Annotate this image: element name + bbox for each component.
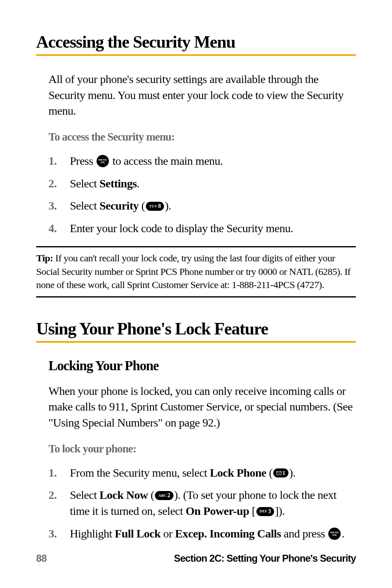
tip-rule-bottom (36, 296, 356, 297)
step-and: and press (281, 527, 327, 540)
step-text: Select Settings. (70, 176, 356, 192)
step-number: 4. (48, 221, 70, 237)
step-item: 1. From the Security menu, select Lock P… (48, 465, 356, 481)
keypad-8-icon: TUV8 (146, 202, 164, 211)
step-bold: Security (99, 199, 139, 212)
step-number: 1. (48, 153, 70, 169)
step-number: 2. (48, 487, 70, 519)
key-number: 8 (158, 202, 161, 210)
heading-underline (36, 341, 356, 343)
step-number: 2. (48, 176, 70, 192)
step-pre: Select (70, 177, 99, 190)
bracket-open: [ (249, 505, 255, 517)
step-bold: Full Lock (115, 527, 160, 540)
step-text: Press MENUOK to access the main menu. (70, 153, 356, 169)
step-bold: On Power-up (186, 505, 249, 517)
tip-body: If you can't recall your lock code, try … (36, 253, 350, 290)
step-item: 1. Press MENUOK to access the main menu. (48, 153, 356, 169)
step-number: 3. (48, 526, 70, 542)
menu-key-bottom: OK (100, 161, 105, 164)
paren-close: ). (165, 199, 171, 212)
subheading-access-security: To access the Security menu: (48, 131, 356, 143)
keypad-3-icon: DEF3 (256, 507, 274, 516)
step-pre: Select (70, 489, 99, 501)
tip-block: Tip: If you can't recall your lock code,… (36, 247, 356, 296)
step-or: or (161, 527, 175, 540)
step-post: . (137, 177, 140, 190)
subheading-locking-your-phone: Locking Your Phone (48, 358, 356, 374)
step-item: 3. Select Security (TUV8). (48, 198, 356, 214)
key-letters: TUV (149, 204, 157, 209)
step-text: Enter your lock code to display the Secu… (70, 221, 356, 237)
steps-list-lock: 1. From the Security menu, select Lock P… (48, 465, 356, 542)
step-text: Select Security (TUV8). (70, 198, 356, 214)
step-post: . (341, 527, 344, 540)
envelope-icon (277, 471, 281, 475)
footer-section-title: Section 2C: Setting Your Phone's Securit… (174, 553, 356, 564)
keypad-1-icon: 1 (273, 468, 288, 477)
step-pre: From the Security menu, select (70, 466, 210, 479)
menu-ok-key-icon: MENUOK (328, 528, 341, 540)
bracket-close: ]). (275, 505, 285, 517)
page-footer: 88 Section 2C: Setting Your Phone's Secu… (36, 553, 356, 564)
step-item: 2. Select Lock Now (ABC2). (To set your … (48, 487, 356, 519)
key-number: 2 (167, 491, 170, 499)
menu-ok-key-icon: MENUOK (97, 155, 109, 167)
heading-using-lock-feature: Using Your Phone's Lock Feature (36, 319, 356, 339)
step-item: 4. Enter your lock code to display the S… (48, 221, 356, 237)
step-bold: Lock Phone (210, 466, 266, 479)
key-letters: DEF (260, 509, 267, 514)
step-item: 3. Highlight Full Lock or Excep. Incomin… (48, 526, 356, 542)
step-number: 3. (48, 198, 70, 214)
subheading-to-lock-phone: To lock your phone: (48, 443, 356, 455)
step-bold: Lock Now (99, 489, 148, 501)
tip-label: Tip: (36, 253, 53, 263)
heading-underline (36, 54, 356, 56)
keypad-2-icon: ABC2 (155, 491, 173, 500)
step-text: From the Security menu, select Lock Phon… (70, 465, 356, 481)
step-post: to access the main menu. (110, 154, 223, 167)
paren-open: ( (138, 199, 145, 212)
key-letters: ABC (158, 493, 166, 498)
step-number: 1. (48, 465, 70, 481)
paren-open: ( (148, 489, 154, 501)
page-number: 88 (36, 553, 47, 564)
step-pre: Highlight (70, 527, 115, 540)
paren-close: ). (174, 489, 183, 501)
step-pre: Select (70, 199, 99, 212)
intro-paragraph: All of your phone's security settings ar… (48, 71, 356, 119)
step-item: 2. Select Settings. (48, 176, 356, 192)
heading-accessing-security-menu: Accessing the Security Menu (36, 32, 356, 52)
key-number: 3 (268, 507, 271, 515)
step-text: Highlight Full Lock or Excep. Incoming C… (70, 526, 356, 542)
paren-open: ( (266, 466, 272, 479)
locking-paragraph: When your phone is locked, you can only … (48, 383, 356, 431)
steps-list-access: 1. Press MENUOK to access the main menu.… (48, 153, 356, 237)
key-number: 1 (282, 469, 285, 477)
step-text: Select Lock Now (ABC2). (To set your pho… (70, 487, 356, 519)
step-bold: Settings (99, 177, 137, 190)
step-pre: Press (70, 154, 96, 167)
paren-close: ). (289, 466, 295, 479)
menu-key-bottom: OK (332, 534, 337, 537)
step-bold: Excep. Incoming Calls (175, 527, 281, 540)
